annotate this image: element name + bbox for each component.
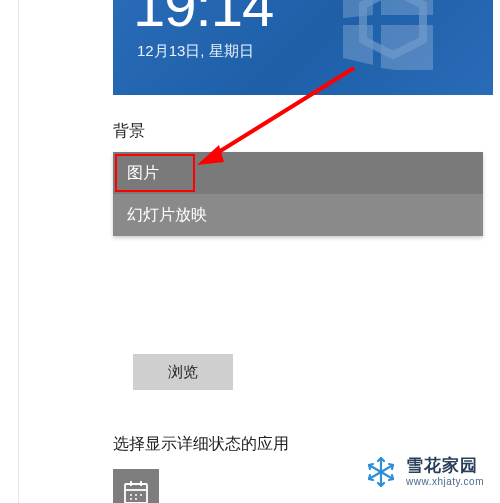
watermark-title: 雪花家园: [406, 457, 484, 476]
preview-time: 19:14: [133, 0, 273, 39]
watermark-text: 雪花家园 www.xhjaty.com: [406, 457, 484, 487]
svg-point-9: [130, 498, 132, 500]
logo-graphic: [333, 0, 453, 70]
dropdown-option-picture[interactable]: 图片: [113, 152, 483, 194]
preview-date: 12月13日, 星期日: [137, 42, 254, 61]
snowflake-icon: [364, 455, 398, 489]
dropdown-option-slideshow[interactable]: 幻灯片放映: [113, 194, 483, 236]
browse-button[interactable]: 浏览: [133, 354, 233, 390]
lockscreen-preview: 19:14 12月13日, 星期日: [113, 0, 493, 95]
svg-rect-2: [125, 484, 147, 503]
status-app-tile[interactable]: [113, 469, 159, 503]
svg-point-8: [140, 494, 142, 496]
status-app-label: 选择显示详细状态的应用: [113, 434, 482, 455]
svg-point-7: [135, 494, 137, 496]
watermark: 雪花家园 www.xhjaty.com: [364, 455, 484, 489]
watermark-url: www.xhjaty.com: [406, 476, 484, 487]
background-label: 背景: [113, 121, 482, 142]
calendar-icon: [123, 479, 149, 503]
svg-point-10: [135, 498, 137, 500]
svg-point-6: [130, 494, 132, 496]
background-dropdown[interactable]: 图片 幻灯片放映: [113, 152, 483, 236]
